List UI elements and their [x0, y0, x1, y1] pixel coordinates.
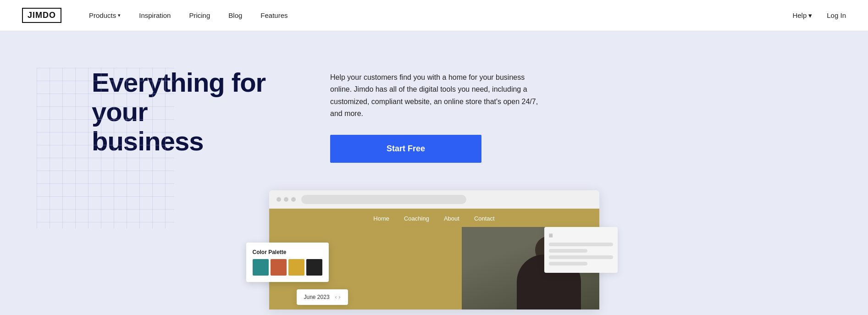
- hero-left: Everything for your business: [92, 68, 293, 155]
- swatch-orange: [271, 259, 287, 276]
- nav-features[interactable]: Features: [260, 11, 287, 19]
- start-free-button[interactable]: Start Free: [330, 135, 481, 163]
- hero-section: Everything for your business Help your c…: [0, 31, 868, 315]
- browser-dot-3: [291, 197, 296, 202]
- hero-description: Help your customers find you with a home…: [330, 72, 541, 120]
- mockup-area: Color Palette Home Coach: [260, 190, 608, 309]
- navbar: JIMDO Products ▾ Inspiration Pricing Blo…: [0, 0, 868, 31]
- calendar-card: June 2023 ‹ ›: [297, 289, 348, 305]
- nav-inspiration[interactable]: Inspiration: [139, 11, 171, 19]
- calendar-arrows: ‹ ›: [335, 294, 341, 300]
- chevron-down-icon: ▾: [808, 11, 812, 20]
- swatch-black: [306, 259, 322, 276]
- browser-site-nav: Home Coaching About Contact: [269, 209, 599, 228]
- palette-swatches: [253, 259, 322, 276]
- browser-nav-about: About: [444, 215, 459, 222]
- hero-right: Help your customers find you with a home…: [330, 68, 541, 163]
- nav-right: Help ▾ Log In: [792, 11, 846, 20]
- color-palette-card: Color Palette: [246, 243, 329, 282]
- nav-blog[interactable]: Blog: [228, 11, 242, 19]
- palette-title: Color Palette: [253, 249, 322, 255]
- chevron-right-icon: ›: [339, 294, 341, 300]
- chevron-left-icon: ‹: [335, 294, 337, 300]
- logo[interactable]: JIMDO: [22, 8, 61, 23]
- swatch-gold: [288, 259, 304, 276]
- side-panel-line-3: [549, 255, 613, 259]
- browser-dot-2: [284, 197, 288, 202]
- side-panel-line-2: [549, 249, 587, 253]
- browser-url-bar: [301, 195, 466, 204]
- browser-dots: [276, 197, 296, 202]
- chevron-down-icon: ▾: [118, 12, 121, 18]
- browser-dot-1: [276, 197, 281, 202]
- hero-content: Everything for your business Help your c…: [92, 68, 776, 163]
- hero-heading: Everything for your business: [92, 68, 293, 155]
- browser-nav-home: Home: [373, 215, 389, 222]
- browser-nav-contact: Contact: [474, 215, 495, 222]
- side-panel: ≡: [544, 227, 618, 273]
- nav-links: Products ▾ Inspiration Pricing Blog Feat…: [89, 11, 792, 19]
- browser-nav-coaching: Coaching: [404, 215, 429, 222]
- side-panel-line-1: [549, 243, 613, 246]
- browser-bar: [269, 190, 599, 209]
- nav-pricing[interactable]: Pricing: [189, 11, 210, 19]
- calendar-label: June 2023: [304, 294, 330, 300]
- nav-login[interactable]: Log In: [827, 11, 846, 19]
- nav-products[interactable]: Products ▾: [89, 11, 121, 19]
- menu-icon: ≡: [549, 232, 613, 240]
- swatch-teal: [253, 259, 269, 276]
- nav-help[interactable]: Help ▾: [792, 11, 812, 20]
- side-panel-line-4: [549, 262, 587, 265]
